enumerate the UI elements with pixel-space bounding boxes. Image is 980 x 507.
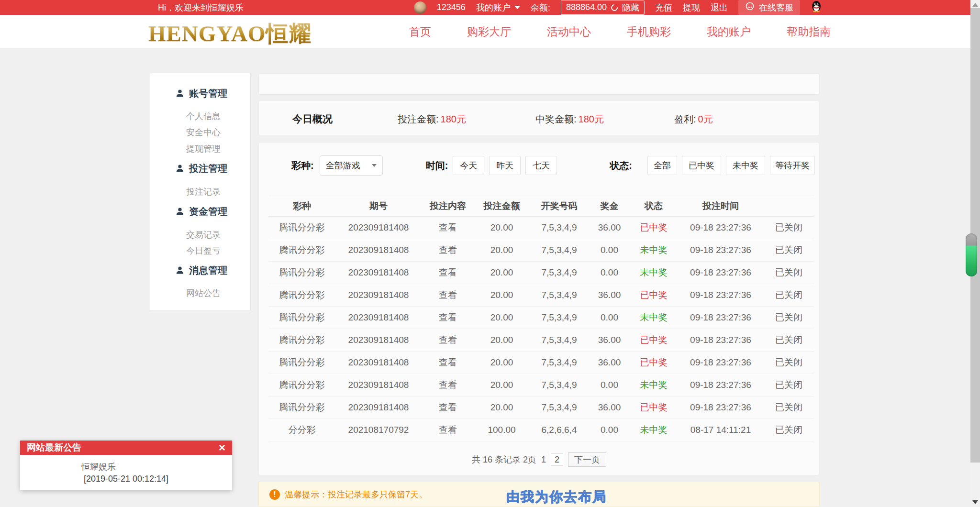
- sidebar-section-label: 投注管理: [189, 162, 227, 175]
- logout-link[interactable]: 退出: [711, 2, 728, 13]
- overview-title: 今日概况: [292, 112, 333, 126]
- sidebar-item-personal-info[interactable]: 个人信息: [186, 110, 221, 122]
- time-filter-yesterday[interactable]: 昨天: [489, 156, 521, 175]
- breadcrumb-bar: [258, 73, 820, 95]
- view-link[interactable]: 查看: [422, 334, 474, 346]
- sidebar-section-account-management[interactable]: 账号管理: [176, 87, 227, 99]
- announcement-header: 网站最新公告 ×: [20, 441, 232, 455]
- status-filter-lost[interactable]: 未中奖: [726, 156, 765, 175]
- profit-stat: 盈利:0元: [674, 113, 713, 126]
- table-row: 腾讯分分彩 202309181408 查看 20.00 7,5,3,4,9 0.…: [268, 374, 814, 397]
- welcome-text: Hi，欢迎来到恒耀娱乐: [158, 2, 244, 13]
- pagination: 共 16 条记录 2页 1 2 下一页: [259, 452, 819, 467]
- qq-icon[interactable]: [811, 0, 822, 15]
- status-filter-won[interactable]: 已中奖: [682, 156, 721, 175]
- sidebar-section-label: 消息管理: [189, 264, 227, 277]
- user-icon: [176, 89, 184, 98]
- hide-balance-button[interactable]: 隐藏: [622, 2, 639, 13]
- status-badge: 已中奖: [630, 356, 678, 369]
- recharge-link[interactable]: 充值: [655, 2, 672, 13]
- view-link[interactable]: 查看: [422, 356, 474, 369]
- nav-home[interactable]: 首页: [409, 24, 431, 39]
- site-logo: HENGYAO恒耀: [148, 19, 312, 49]
- user-icon: [176, 164, 184, 173]
- online-service-button[interactable]: 在线客服: [738, 0, 800, 15]
- nav-activity-center[interactable]: 活动中心: [547, 24, 591, 39]
- balance-box: 888864.00 隐藏: [561, 0, 645, 15]
- nav-my-account[interactable]: 我的账户: [707, 24, 751, 39]
- sidebar-item-withdraw-management[interactable]: 提现管理: [186, 143, 221, 154]
- announcement-popup: 网站最新公告 × 恒耀娱乐 [2019-05-21 00:12:14]: [20, 441, 232, 490]
- withdraw-link[interactable]: 提现: [683, 2, 700, 13]
- sidebar-item-transaction-records[interactable]: 交易记录: [186, 229, 221, 241]
- view-link[interactable]: 查看: [422, 289, 474, 301]
- headset-icon: [745, 1, 755, 13]
- time-filter-label: 时间:: [426, 159, 448, 172]
- status-badge: 未中奖: [630, 266, 678, 279]
- status-filter-all[interactable]: 全部: [647, 156, 677, 175]
- table-row: 腾讯分分彩 202309181408 查看 20.00 7,5,3,4,9 36…: [268, 397, 814, 419]
- sidebar-section-message-management[interactable]: 消息管理: [176, 264, 227, 276]
- sidebar-item-bet-records[interactable]: 投注记录: [186, 186, 221, 198]
- refresh-icon[interactable]: [610, 3, 619, 12]
- nav-mobile-lottery[interactable]: 手机购彩: [627, 24, 671, 39]
- status-badge: 已中奖: [630, 334, 678, 346]
- balance-value: 888864.00: [566, 2, 607, 12]
- nav-lottery-hall[interactable]: 购彩大厅: [467, 24, 511, 39]
- time-filter-today[interactable]: 今天: [453, 156, 484, 175]
- bet-amount-stat: 投注金额:180元: [398, 113, 466, 126]
- view-link[interactable]: 查看: [422, 379, 474, 391]
- view-link[interactable]: 查看: [422, 424, 474, 436]
- table-row: 分分彩 202108170792 查看 100.00 6,2,6,6,4 0.0…: [268, 419, 814, 441]
- status-badge: 未中奖: [630, 244, 678, 256]
- account-menu[interactable]: 我的账户: [476, 2, 520, 13]
- status-filter-pending[interactable]: 等待开奖: [770, 156, 815, 175]
- user-avatar: [414, 1, 426, 14]
- view-link[interactable]: 查看: [422, 266, 474, 279]
- page-2-button[interactable]: 2: [551, 453, 563, 466]
- status-badge: 未中奖: [630, 424, 678, 436]
- sidebar-item-site-announcement[interactable]: 网站公告: [186, 287, 221, 299]
- nav-help-guide[interactable]: 帮助指南: [787, 24, 831, 39]
- topbar-right: 123456 我的账户 余额: 888864.00 隐藏 充值 提现 退出 在线…: [414, 0, 822, 15]
- view-link[interactable]: 查看: [422, 401, 474, 414]
- next-page-button[interactable]: 下一页: [568, 452, 606, 467]
- topbar: Hi，欢迎来到恒耀娱乐 123456 我的账户 余额: 888864.00 隐藏…: [0, 0, 980, 15]
- lottery-filter-label: 彩种:: [291, 159, 314, 172]
- sidebar-section-label: 账号管理: [189, 87, 227, 100]
- announcement-text: 恒耀娱乐: [20, 461, 177, 473]
- bet-records-table: 彩种 期号 投注内容 投注金额 开奖号码 奖金 状态 投注时间 腾讯分分彩 20…: [268, 196, 814, 441]
- status-badge: 已中奖: [630, 289, 678, 301]
- announcement-timestamp: [2019-05-21 00:12:14]: [20, 474, 232, 484]
- scroll-up-arrow-icon[interactable]: [972, 3, 978, 7]
- float-widget[interactable]: [966, 233, 977, 276]
- sidebar-section-funds-management[interactable]: 资金管理: [176, 205, 227, 218]
- username: 123456: [437, 2, 466, 12]
- site-header: HENGYAO恒耀 首页 购彩大厅 活动中心 手机购彩 我的账户 帮助指南: [0, 15, 980, 48]
- warning-icon: !: [269, 489, 280, 500]
- announcement-title: 网站最新公告: [27, 441, 81, 454]
- table-row: 腾讯分分彩 202309181408 查看 20.00 7,5,3,4,9 36…: [268, 284, 814, 307]
- pagination-summary: 共 16 条记录 2页: [472, 454, 536, 465]
- lottery-select[interactable]: 全部游戏: [320, 155, 383, 176]
- view-link[interactable]: 查看: [422, 221, 474, 234]
- sidebar-item-today-profit[interactable]: 今日盈亏: [186, 245, 221, 256]
- notice-bar: ! 温馨提示：投注记录最多只保留7天。 由我为你去布局: [258, 482, 820, 507]
- view-link[interactable]: 查看: [422, 311, 474, 324]
- close-icon[interactable]: ×: [219, 442, 225, 453]
- user-icon: [176, 207, 184, 216]
- status-badge: 未中奖: [630, 311, 678, 324]
- today-overview-panel: 今日概况 投注金额:180元 中奖金额:180元 盈利:0元: [258, 100, 820, 136]
- sidebar-section-bet-management[interactable]: 投注管理: [176, 162, 227, 175]
- table-row: 腾讯分分彩 202309181408 查看 20.00 7,5,3,4,9 0.…: [268, 307, 814, 329]
- view-link[interactable]: 查看: [422, 244, 474, 256]
- chevron-down-icon: [514, 6, 520, 9]
- scroll-down-arrow-icon[interactable]: [972, 500, 978, 504]
- time-filter-seven-days[interactable]: 七天: [525, 156, 557, 175]
- chevron-down-icon: [372, 164, 377, 167]
- balance-label: 余额:: [531, 2, 550, 13]
- sidebar-item-security-center[interactable]: 安全中心: [186, 127, 221, 138]
- bet-records-panel: 彩种: 全部游戏 时间: 今天 昨天 七天 状态: 全部 已中奖 未中奖 等待开…: [258, 142, 820, 475]
- table-row: 腾讯分分彩 202309181408 查看 20.00 7,5,3,4,9 36…: [268, 217, 814, 239]
- announcement-body: 恒耀娱乐 [2019-05-21 00:12:14]: [20, 455, 232, 484]
